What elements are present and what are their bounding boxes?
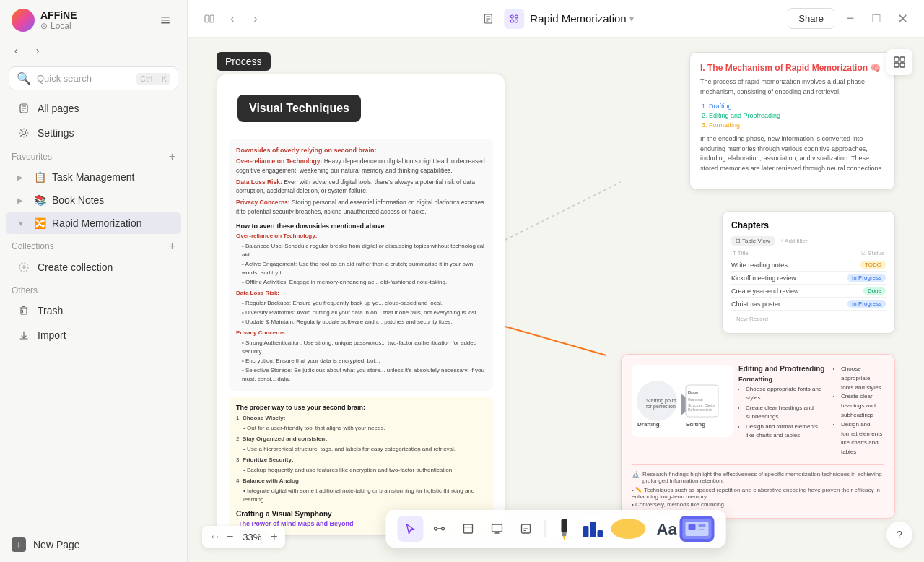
doc-view-button[interactable] [478, 9, 498, 29]
connect-tool-button[interactable] [427, 516, 453, 542]
search-icon: 🔍 [17, 72, 31, 85]
svg-rect-49 [492, 524, 502, 532]
new-page-plus-icon: + [12, 537, 26, 552]
svg-rect-41 [900, 57, 905, 61]
favourites-add-button[interactable]: + [169, 151, 175, 163]
sidebar-toggle-button[interactable] [155, 10, 175, 30]
text-tool-button[interactable]: Aa [651, 516, 677, 542]
sidebar-item-all-pages[interactable]: All pages [6, 97, 181, 120]
table-row: Kickoff meeting review In Progress [731, 272, 886, 285]
sidebar-item-book-notes[interactable]: ▶ 📚 Book Notes [6, 189, 181, 211]
svg-point-44 [435, 527, 437, 530]
pen-tool-button[interactable] [552, 516, 578, 542]
vt-header-label: Visual Techniques [237, 95, 361, 122]
sidebar-item-trash[interactable]: Trash [6, 299, 181, 322]
mechanism-detail: In the encoding phase, new information i… [700, 134, 884, 173]
canvas-area[interactable]: Process Visual Techniques Downsides of o… [188, 38, 924, 562]
rapid-mem-icon: 🔀 [33, 217, 46, 230]
sidebar-item-trash-label: Trash [38, 305, 63, 316]
collections-add-button[interactable]: + [169, 241, 175, 252]
nav-forward-button[interactable]: › [27, 40, 48, 61]
svg-rect-40 [894, 57, 899, 61]
new-record: + New Record [731, 314, 886, 324]
zoom-out-button[interactable]: − [227, 530, 233, 543]
grid-view-button[interactable] [886, 49, 912, 75]
favourites-section: Favourites + [0, 145, 187, 165]
svg-rect-16 [205, 15, 209, 22]
sidebar-item-rapid-memorization[interactable]: ▼ 🔀 Rapid Memorization [6, 212, 181, 234]
sidebar-footer: + New Page [0, 527, 187, 562]
canvas-view-button[interactable] [504, 9, 524, 29]
nav-arrows: ‹ › [0, 40, 187, 61]
sidebar-item-settings[interactable]: Settings [6, 121, 181, 144]
chapters-card: Chapters ⊞ Table View + Add filter T Tit… [722, 211, 895, 334]
svg-rect-11 [21, 308, 27, 314]
zoom-fit-button[interactable]: ↔ [209, 530, 221, 543]
formatting-list: Choose appropriate fonts and styles Crea… [738, 385, 828, 440]
minimize-button[interactable]: − [840, 9, 860, 29]
svg-point-7 [22, 131, 26, 135]
svg-rect-1 [161, 20, 170, 21]
task-mgmt-icon: 📋 [33, 170, 46, 183]
main-content: ‹ › Rapid Memorization ▾ Share − □ ✕ [188, 0, 924, 562]
editing-proofreading-title: Editing and Proofreading [738, 365, 828, 373]
sidebar-item-settings-label: Settings [38, 127, 74, 139]
present-tool-button[interactable] [484, 516, 510, 542]
nav-back-main-button[interactable]: ‹ [222, 9, 243, 29]
svg-line-26 [505, 182, 621, 240]
others-label: Others [12, 285, 38, 295]
expand-icon-3: ▼ [17, 220, 27, 228]
svg-rect-60 [590, 522, 596, 537]
svg-rect-42 [894, 63, 899, 67]
svg-point-24 [510, 20, 513, 22]
bar-chart-tool-button[interactable] [580, 516, 606, 542]
help-button[interactable]: ? [886, 522, 912, 548]
table-view-icon: ⊞ Table View [731, 236, 775, 246]
frame-tool-button[interactable] [456, 516, 481, 542]
svg-text:Aa: Aa [657, 520, 677, 538]
svg-rect-47 [464, 524, 473, 533]
chapters-title: Chapters [731, 220, 886, 230]
collections-label: Collections [12, 241, 54, 251]
sidebar-item-create-collection[interactable]: Create collection [6, 256, 181, 279]
trash-icon [17, 304, 30, 317]
svg-rect-59 [583, 526, 589, 537]
svg-marker-58 [563, 536, 566, 540]
search-shortcut: Ctrl + K [136, 73, 170, 85]
svg-point-25 [515, 20, 518, 22]
note-tool-button[interactable] [513, 516, 539, 542]
sidebar-item-import[interactable]: Import [6, 324, 181, 347]
select-tool-button[interactable] [398, 516, 424, 542]
favourites-label: Favourites [12, 152, 52, 162]
sidebar-toggle-main-button[interactable] [199, 9, 219, 29]
svg-line-27 [505, 327, 606, 355]
shape-tool-button[interactable] [609, 516, 648, 542]
new-page-button[interactable]: + New Page [0, 527, 187, 562]
close-button[interactable]: ✕ [892, 9, 912, 29]
sidebar: AFFiNE ⊙ Local ‹ › 🔍 Quick search Ctrl +… [0, 0, 188, 562]
status-badge: Done [863, 287, 886, 295]
nav-back-button[interactable]: ‹ [6, 40, 26, 61]
document-title[interactable]: Rapid Memorization ▾ [530, 12, 633, 25]
new-page-label: New Page [33, 539, 80, 550]
frame-preview-tool-button[interactable] [680, 516, 715, 542]
zoom-in-button[interactable]: + [271, 530, 277, 543]
mechanism-text: The process of rapid memorization involv… [700, 77, 884, 97]
svg-text:Reference text!: Reference text! [688, 407, 712, 412]
search-bar[interactable]: 🔍 Quick search Ctrl + K [9, 66, 178, 90]
svg-rect-67 [699, 524, 706, 527]
mechanism-steps-list: Drafting Editing and Proofreading Format… [700, 103, 884, 129]
vt-inner-card-1: Downsides of overly relying on second br… [229, 139, 493, 391]
share-button[interactable]: Share [788, 8, 834, 29]
nav-forward-main-button[interactable]: › [245, 9, 266, 29]
sketch-notes: Editing and Proofreading Formatting Choo… [738, 365, 828, 441]
title-bar: ‹ › Rapid Memorization ▾ Share − □ ✕ [188, 0, 924, 38]
sidebar-item-task-management[interactable]: ▶ 📋 Task Management [6, 166, 181, 188]
book-notes-icon: 📚 [33, 194, 46, 207]
table-row: Christmas poster In Progress [731, 298, 886, 311]
svg-text:for perfection: for perfection [646, 404, 676, 410]
svg-text:Grammar: Grammar [688, 397, 703, 402]
sidebar-item-all-pages-label: All pages [38, 103, 79, 114]
maximize-button[interactable]: □ [866, 9, 886, 29]
pages-icon [17, 102, 30, 115]
